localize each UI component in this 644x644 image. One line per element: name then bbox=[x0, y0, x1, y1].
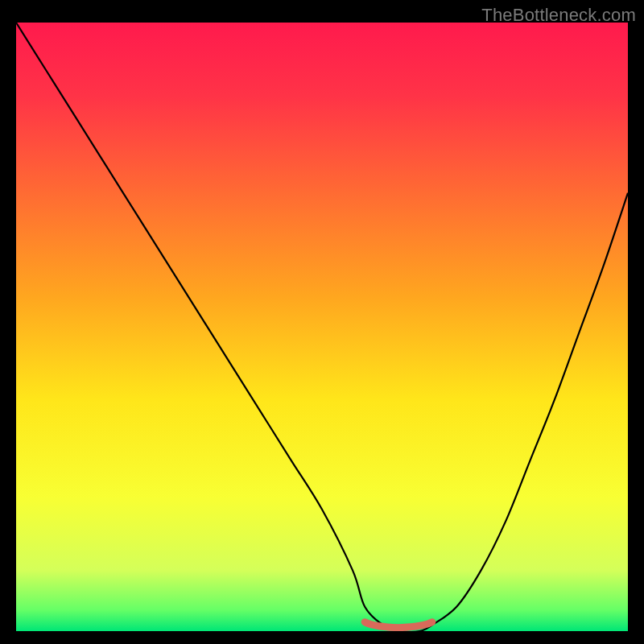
bottleneck-chart bbox=[16, 23, 628, 631]
gradient-background bbox=[16, 23, 628, 631]
watermark-text: TheBottleneck.com bbox=[481, 5, 636, 26]
chart-frame bbox=[16, 23, 628, 631]
